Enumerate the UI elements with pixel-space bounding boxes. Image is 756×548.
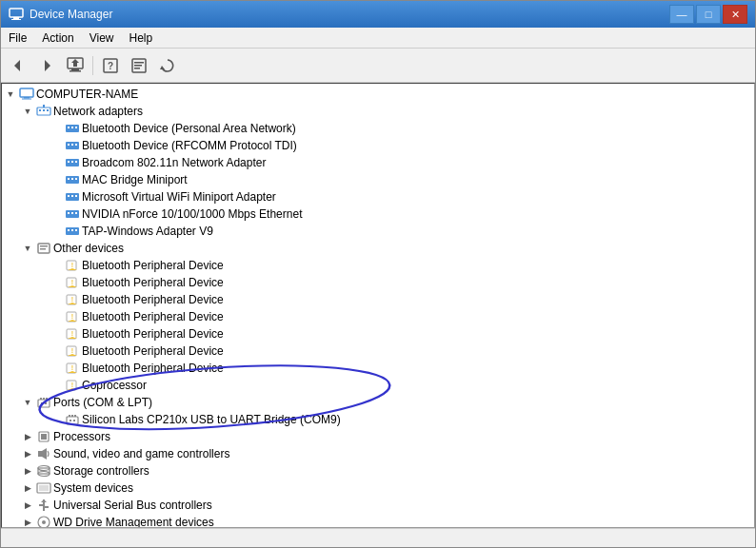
title-bar: Device Manager — □ ✕ [1, 1, 755, 28]
maximize-button[interactable]: □ [696, 5, 721, 24]
close-button[interactable]: ✕ [723, 5, 747, 24]
title-buttons: — □ ✕ [669, 5, 747, 24]
tree-item-ms-wifi[interactable]: ▷ Microsoft Virtual WiFi Miniport Adapte… [2, 188, 754, 206]
tree-item-storage[interactable]: ▶ Storage controllers [2, 462, 754, 480]
svg-rect-14 [134, 65, 142, 67]
bt-periph-5-icon: ! [65, 326, 80, 342]
tree-item-mac-bridge[interactable]: ▷ MAC Bridge Miniport [2, 171, 754, 188]
mac-bridge-icon [65, 172, 80, 187]
svg-rect-81 [40, 398, 42, 400]
svg-rect-35 [71, 161, 73, 163]
up-button[interactable] [62, 52, 89, 79]
tree-item-tap[interactable]: ▷ TAP-Windows Adapter V9 [2, 223, 754, 240]
tree-item-system[interactable]: ▶ System devices [2, 480, 754, 497]
tree-item-other-devices[interactable]: ▼ Other devices [2, 240, 754, 257]
svg-rect-21 [39, 109, 41, 111]
device-manager-window: Device Manager — □ ✕ File Action View He… [0, 0, 756, 548]
content-wrapper: ▼ COMPUTER-NAME ▼ [1, 83, 755, 528]
svg-text:!: ! [71, 313, 73, 320]
svg-rect-86 [67, 417, 78, 424]
forward-button[interactable] [33, 52, 60, 79]
ms-wifi-icon [65, 189, 80, 205]
svg-rect-51 [71, 229, 73, 231]
bt-periph-3-label: Bluetooth Peripheral Device [82, 293, 224, 306]
svg-text:!: ! [71, 347, 73, 354]
svg-rect-85 [45, 402, 47, 404]
bt-periph-3-icon: ! [65, 292, 80, 307]
svg-rect-44 [75, 195, 77, 197]
expand-system: ▶ [21, 481, 34, 495]
svg-rect-15 [134, 68, 140, 69]
expand-usb: ▶ [21, 499, 34, 512]
tree-item-bt-rfcomm[interactable]: ▷ Bluetooth Device (RFCOMM Protocol TDI) [2, 137, 754, 154]
tree-item-nvidia[interactable]: ▷ NVIDIA nForce 10/100/1000 Mbps Etherne… [2, 206, 754, 223]
minimize-button[interactable]: — [669, 5, 694, 24]
svg-rect-82 [43, 398, 45, 400]
tree-item-bt-periph-1[interactable]: ▷ ! Bluetooth Peripheral Device [2, 257, 754, 274]
svg-rect-13 [134, 62, 144, 64]
coprocessor-icon: ! [65, 378, 80, 393]
expand-ports: ▼ [21, 396, 34, 409]
svg-rect-87 [69, 415, 70, 417]
tree-item-sound[interactable]: ▶ Sound, video and game controllers [2, 445, 754, 462]
svg-rect-48 [75, 212, 77, 214]
tree-item-bt-pan[interactable]: ▷ Bluetooth Device (Personal Area Networ… [2, 120, 754, 137]
tree-item-broadcom[interactable]: ▷ Broadcom 802.11n Network Adapter [2, 154, 754, 171]
bt-periph-1-label: Bluetooth Peripheral Device [82, 259, 224, 272]
back-button[interactable] [5, 52, 31, 79]
menu-action[interactable]: Action [34, 29, 81, 46]
tree-item-network-adapters[interactable]: ▼ Network adapters [2, 103, 754, 120]
properties-button[interactable] [126, 52, 152, 79]
tree-item-processors[interactable]: ▶ Processors [2, 428, 754, 445]
usb-icon [36, 498, 51, 513]
svg-rect-30 [68, 144, 70, 146]
tree-item-bt-periph-5[interactable]: ▷ ! Bluetooth Peripheral Device [2, 325, 754, 342]
svg-rect-91 [73, 420, 75, 421]
tap-icon [65, 224, 80, 239]
usb-label: Universal Serial Bus controllers [53, 499, 212, 512]
processors-icon [36, 429, 51, 444]
tree-item-bt-periph-4[interactable]: ▷ ! Bluetooth Peripheral Device [2, 308, 754, 325]
tree-item-wd[interactable]: ▶ WD Drive Management devices [2, 514, 754, 528]
bt-periph-4-icon: ! [65, 309, 80, 324]
svg-marker-9 [71, 59, 79, 63]
toolbar-sep-1 [92, 56, 93, 75]
svg-rect-103 [39, 504, 43, 506]
expand-network-adapters: ▼ [21, 105, 34, 118]
refresh-button[interactable] [154, 52, 181, 79]
tree-item-ports[interactable]: ▼ Ports (COM & LPT) [2, 394, 754, 411]
tree-item-bt-periph-2[interactable]: ▷ ! Bluetooth Peripheral Device [2, 274, 754, 291]
silicon-labs-label: Silicon Labs CP210x USB to UART Bridge (… [82, 413, 341, 426]
svg-rect-22 [43, 109, 45, 111]
bt-periph-6-label: Bluetooth Peripheral Device [82, 344, 224, 358]
svg-rect-90 [70, 420, 71, 421]
tap-label: TAP-Windows Adapter V9 [82, 225, 213, 238]
tree-item-bt-periph-3[interactable]: ▷ ! Bluetooth Peripheral Device [2, 291, 754, 308]
broadcom-label: Broadcom 802.11n Network Adapter [82, 156, 266, 169]
tree-root[interactable]: ▼ COMPUTER-NAME [2, 86, 754, 103]
bt-rfcomm-label: Bluetooth Device (RFCOMM Protocol TDI) [82, 139, 297, 152]
help-button[interactable]: ? [97, 52, 124, 79]
ports-label: Ports (COM & LPT) [53, 396, 152, 409]
svg-rect-1 [13, 17, 19, 19]
tree-item-bt-periph-6[interactable]: ▷ ! Bluetooth Peripheral Device [2, 342, 754, 360]
tree-item-usb[interactable]: ▶ Universal Serial Bus controllers [2, 497, 754, 514]
tree-item-silicon-labs[interactable]: ▷ Silicon Labs CP210x USB to UART Bridge… [2, 411, 754, 428]
svg-marker-16 [160, 66, 165, 69]
svg-marker-102 [41, 499, 47, 502]
ports-icon [36, 395, 51, 410]
svg-text:!: ! [71, 382, 73, 388]
menu-file[interactable]: File [1, 29, 34, 46]
bt-periph-1-icon: ! [65, 258, 80, 273]
tree-item-coprocessor[interactable]: ▷ ! Coprocessor [2, 377, 754, 394]
menu-help[interactable]: Help [122, 29, 161, 46]
svg-rect-23 [47, 109, 49, 111]
expand-processors: ▶ [21, 430, 34, 443]
system-label: System devices [53, 481, 133, 495]
menu-view[interactable]: View [82, 29, 122, 46]
bt-periph-2-label: Bluetooth Peripheral Device [82, 276, 224, 289]
svg-rect-104 [45, 506, 49, 508]
tree-view[interactable]: ▼ COMPUTER-NAME ▼ [1, 83, 755, 528]
tree-item-bt-periph-7[interactable]: ▷ ! Bluetooth Peripheral Device [2, 360, 754, 377]
bt-periph-6-icon: ! [65, 343, 80, 359]
